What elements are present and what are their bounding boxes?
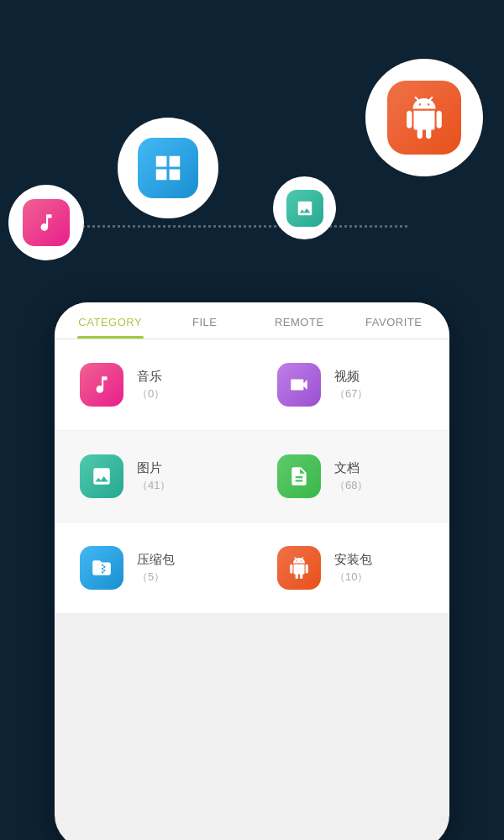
doc-info: 文档 （68） bbox=[334, 460, 368, 493]
bubble-android bbox=[365, 59, 483, 176]
phone-frame: CATEGORY FILE REMOTE FAVORITE 音乐 （0） bbox=[55, 302, 449, 840]
music-note-icon bbox=[35, 212, 57, 234]
photo-info: 图片 （41） bbox=[137, 460, 171, 493]
music-info: 音乐 （0） bbox=[137, 369, 165, 402]
video-icon bbox=[288, 374, 310, 396]
tab-bar: CATEGORY FILE REMOTE FAVORITE bbox=[55, 302, 449, 339]
video-info: 视频 （67） bbox=[334, 369, 368, 402]
bubble-files bbox=[118, 118, 218, 218]
category-grid: 音乐 （0） 视频 （67） 图片 bbox=[55, 339, 449, 614]
bubble-photo bbox=[273, 176, 336, 239]
category-video[interactable]: 视频 （67） bbox=[252, 339, 449, 431]
document-icon bbox=[288, 465, 310, 487]
category-doc[interactable]: 文档 （68） bbox=[252, 431, 449, 522]
music-icon bbox=[91, 374, 113, 396]
android-icon bbox=[403, 97, 445, 139]
files-grid-icon bbox=[152, 152, 184, 184]
photo-icon bbox=[296, 199, 314, 218]
photo-category-icon bbox=[80, 454, 123, 498]
doc-category-icon bbox=[277, 454, 321, 498]
tab-file[interactable]: FILE bbox=[158, 302, 253, 339]
tab-remote[interactable]: REMOTE bbox=[252, 302, 347, 339]
bubble-music bbox=[8, 185, 84, 260]
apk-android-icon bbox=[288, 557, 310, 579]
video-category-icon bbox=[277, 363, 321, 407]
tab-category[interactable]: CATEGORY bbox=[63, 302, 158, 339]
archive-icon bbox=[91, 557, 113, 579]
category-photo[interactable]: 图片 （41） bbox=[55, 431, 252, 522]
apk-info: 安装包 （10） bbox=[334, 552, 372, 585]
tab-favorite[interactable]: FAVORITE bbox=[347, 302, 442, 339]
dotted-connection-line bbox=[46, 225, 407, 228]
category-music[interactable]: 音乐 （0） bbox=[55, 339, 252, 431]
image-icon bbox=[91, 465, 113, 487]
zip-category-icon bbox=[80, 546, 123, 590]
floating-area bbox=[0, 0, 504, 311]
category-zip[interactable]: 压缩包 （5） bbox=[55, 522, 252, 614]
category-apk[interactable]: 安装包 （10） bbox=[252, 522, 449, 614]
zip-info: 压缩包 （5） bbox=[137, 552, 175, 585]
music-category-icon bbox=[80, 363, 123, 407]
apk-category-icon bbox=[277, 546, 321, 590]
